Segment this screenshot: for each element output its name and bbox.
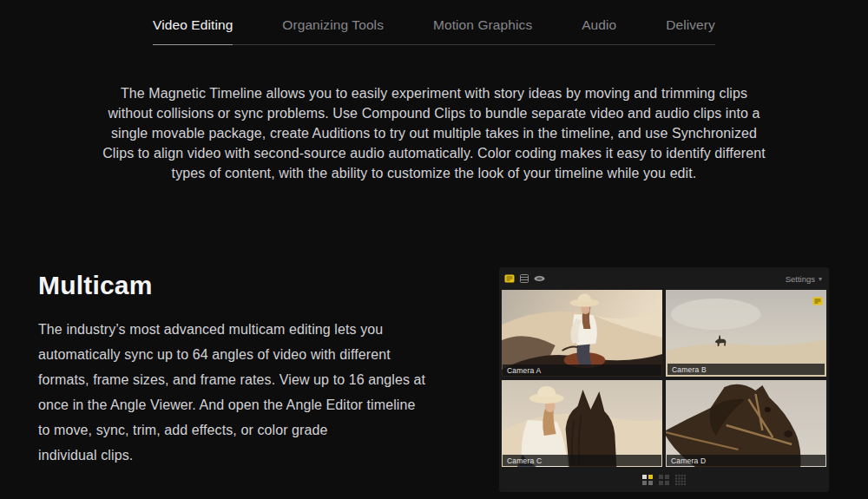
intro-paragraph: The Magnetic Timeline allows you to easi… [0,83,868,183]
camera-c-thumbnail [502,380,662,467]
tab-video-editing[interactable]: Video Editing [153,12,233,45]
settings-dropdown[interactable]: Settings ▾ [786,274,822,284]
chevron-down-icon: ▾ [819,275,822,283]
angle-cell-camera-c[interactable]: Camera C [502,380,662,467]
video-clip-icon[interactable] [504,274,515,283]
angle-cell-camera-b[interactable]: Camera B [666,290,826,377]
camera-a-label: Camera A [503,364,661,376]
multicam-section-text: Multicam The industry’s most advanced mu… [38,271,450,468]
angle-cell-camera-d[interactable]: Camera D [666,380,826,467]
angle-viewer-toolbar: Settings ▾ [499,267,829,290]
angle-grid-layout-switcher [499,467,829,492]
camera-d-thumbnail [666,380,826,467]
settings-label: Settings [786,274,815,284]
tab-audio[interactable]: Audio [582,12,616,44]
grid-9up-icon[interactable] [659,475,669,485]
angle-viewer-panel: Settings ▾ [499,267,829,492]
section-tab-bar: Video Editing Organizing Tools Motion Gr… [153,12,715,45]
tab-motion-graphics[interactable]: Motion Graphics [433,12,532,44]
multicam-heading: Multicam [38,271,450,300]
grid-4up-icon[interactable] [642,475,653,485]
tab-organizing-tools[interactable]: Organizing Tools [282,12,384,44]
grid-16up-icon[interactable] [675,475,686,485]
camera-c-label: Camera C [503,455,661,466]
angle-cell-camera-a[interactable]: Camera A [502,290,662,377]
multicam-body-text: The industry’s most advanced multicam ed… [38,317,450,468]
filmstrip-icon[interactable] [520,274,529,283]
camera-b-label: Camera B [667,364,825,375]
camera-d-label: Camera D [667,455,825,466]
camera-a-thumbnail [502,290,662,377]
angle-grid: Camera A Cam [499,290,829,467]
tab-delivery[interactable]: Delivery [666,12,715,44]
active-video-angle-icon [812,293,823,302]
speaker-icon[interactable] [534,275,545,282]
